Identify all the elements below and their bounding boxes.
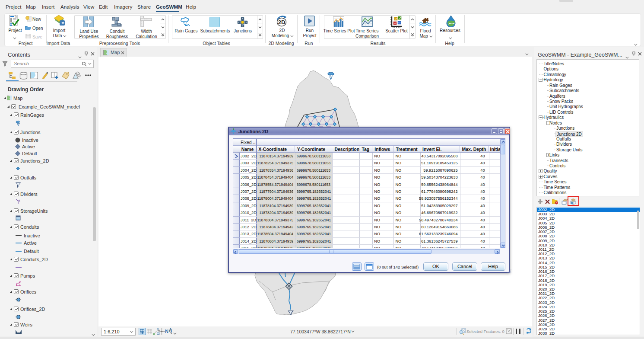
svg-text:2D: 2D (278, 19, 286, 26)
svg-text:N: N (165, 329, 168, 334)
